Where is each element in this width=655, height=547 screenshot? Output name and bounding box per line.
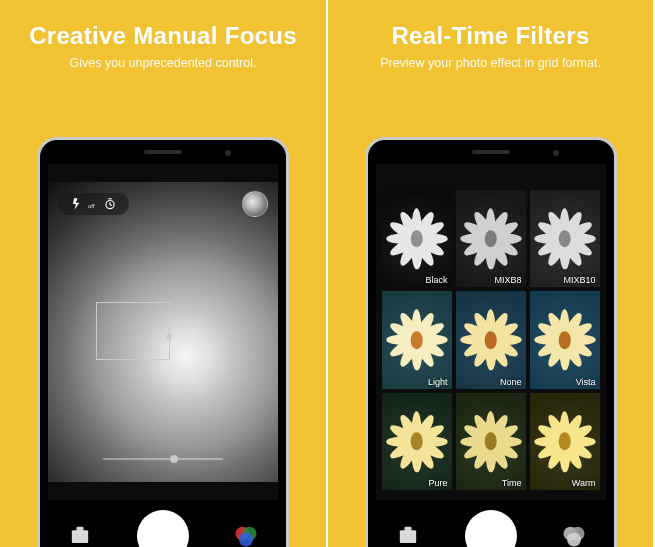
filter-label: Black bbox=[425, 275, 447, 285]
filter-tile-light[interactable]: Light bbox=[382, 291, 452, 388]
panel-title: Real-Time Filters bbox=[328, 22, 653, 50]
filter-tile-mixb10[interactable]: MIXB10 bbox=[530, 190, 600, 287]
filter-label: MIXB10 bbox=[563, 275, 595, 285]
filter-tile-time[interactable]: Time bbox=[456, 393, 526, 490]
svg-point-10 bbox=[567, 533, 581, 547]
gallery-thumbnail[interactable] bbox=[242, 191, 268, 217]
flash-icon[interactable] bbox=[70, 197, 84, 211]
svg-rect-6 bbox=[399, 530, 415, 543]
phone-screen-left: off bbox=[48, 164, 278, 547]
phone-earpiece bbox=[472, 150, 510, 154]
panel-subtitle: Preview your photo effect in grid format… bbox=[328, 56, 653, 70]
filter-tile-vista[interactable]: Vista bbox=[530, 291, 600, 388]
camera-mode-icon[interactable] bbox=[394, 522, 422, 547]
svg-rect-7 bbox=[404, 527, 411, 532]
camera-topbar: off bbox=[48, 190, 278, 218]
phone-screen-right: BlackMIXB8MIXB10LightNoneVistaPureTimeWa… bbox=[376, 164, 606, 547]
focus-slider[interactable] bbox=[103, 458, 223, 460]
panel-title: Creative Manual Focus bbox=[0, 22, 326, 50]
filter-label: Vista bbox=[576, 377, 596, 387]
phone-sensor bbox=[553, 150, 559, 156]
flash-mode-label: off bbox=[88, 203, 95, 209]
camera-bottombar bbox=[376, 500, 606, 547]
focus-rectangle[interactable] bbox=[96, 302, 170, 360]
camera-bottombar bbox=[48, 500, 278, 547]
filter-tile-none[interactable]: None bbox=[456, 291, 526, 388]
filter-label: Time bbox=[502, 478, 522, 488]
shutter-button[interactable] bbox=[465, 510, 517, 547]
filter-label: MIXB8 bbox=[494, 275, 521, 285]
filter-grid: BlackMIXB8MIXB10LightNoneVistaPureTimeWa… bbox=[382, 190, 600, 490]
color-filters-icon[interactable] bbox=[232, 522, 260, 547]
filter-label: Light bbox=[428, 377, 448, 387]
shutter-button[interactable] bbox=[137, 510, 189, 547]
filter-tile-mixb8[interactable]: MIXB8 bbox=[456, 190, 526, 287]
viewfinder[interactable]: off bbox=[48, 182, 278, 482]
filter-tile-warm[interactable]: Warm bbox=[530, 393, 600, 490]
phone-earpiece bbox=[144, 150, 182, 154]
phone-mockup-left: off bbox=[37, 137, 289, 547]
filter-tile-pure[interactable]: Pure bbox=[382, 393, 452, 490]
filters-toggle-icon[interactable] bbox=[560, 522, 588, 547]
phone-sensor bbox=[225, 150, 231, 156]
svg-point-5 bbox=[239, 533, 253, 547]
panel-manual-focus: Creative Manual Focus Gives you unpreced… bbox=[0, 0, 328, 547]
timer-icon[interactable] bbox=[103, 197, 117, 211]
focus-slider-knob[interactable] bbox=[170, 455, 178, 463]
panel-subtitle: Gives you unprecedented control. bbox=[0, 56, 326, 70]
svg-rect-2 bbox=[77, 527, 84, 532]
camera-mode-pill: off bbox=[58, 193, 129, 215]
camera-mode-icon[interactable] bbox=[66, 522, 94, 547]
filter-label: Warm bbox=[572, 478, 596, 488]
filter-label: Pure bbox=[428, 478, 447, 488]
phone-mockup-right: BlackMIXB8MIXB10LightNoneVistaPureTimeWa… bbox=[365, 137, 617, 547]
panel-filters: Real-Time Filters Preview your photo eff… bbox=[328, 0, 653, 547]
filter-label: None bbox=[500, 377, 522, 387]
svg-rect-1 bbox=[72, 530, 88, 543]
filter-tile-black[interactable]: Black bbox=[382, 190, 452, 287]
